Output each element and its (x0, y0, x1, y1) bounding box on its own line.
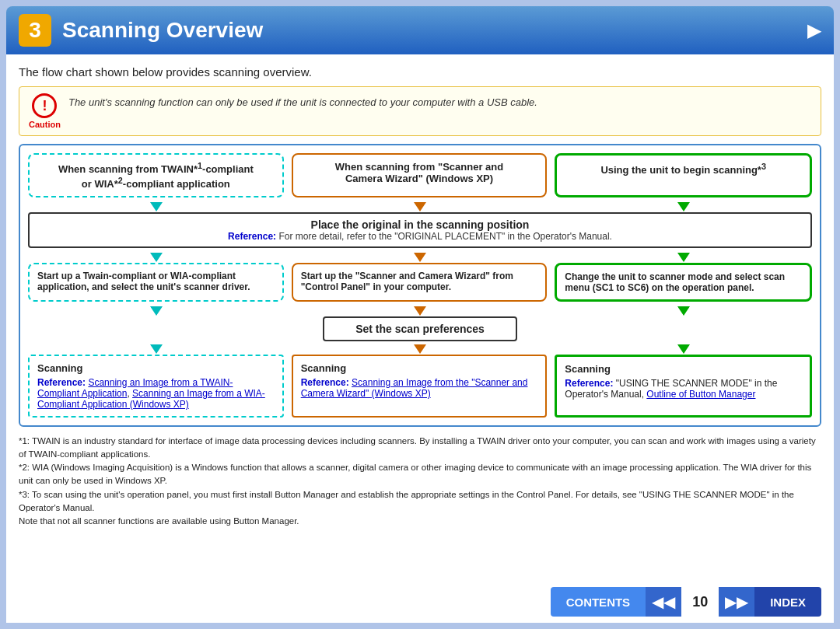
arrow-green (677, 202, 690, 211)
intro-text: The flow chart shown below provides scan… (19, 65, 821, 79)
caution-icon-wrap: ! Caution (29, 93, 61, 129)
arrow2-green (677, 253, 690, 262)
nav-arrow-right-button[interactable]: ▶▶ (719, 587, 754, 617)
arrow-col3-mid (292, 306, 548, 316)
flowchart: When scanning from TWAIN*1-compliantor W… (19, 144, 821, 427)
caution-box: ! Caution The unit's scanning function c… (19, 86, 821, 136)
nav-index-button[interactable]: INDEX (754, 587, 821, 617)
place-original-ref-text: For more detail, refer to the "ORIGINAL … (278, 231, 612, 242)
arrow2-orange (414, 253, 426, 262)
box-scanner-wizard: When scanning from "Scanner andCamera Wi… (292, 153, 548, 197)
scanning-mid-title: Scanning (301, 362, 538, 374)
scanning-box-left: Scanning Reference: Scanning an Image fr… (28, 355, 284, 418)
content-area: The flow chart shown below provides scan… (6, 54, 834, 623)
arrows-to-scanning (28, 344, 812, 354)
arrow-col2-right (556, 253, 812, 262)
arrow-col4-left (28, 344, 284, 354)
box-twain-text: When scanning from TWAIN*1-compliantor W… (58, 163, 254, 189)
middle-row: Start up a Twain-compliant or WIA-compli… (28, 263, 812, 302)
arrows-to-prefs (28, 306, 812, 316)
scanning-left-title: Scanning (37, 362, 275, 374)
scanning-mid-ref: Reference: (301, 377, 352, 388)
footnote-1: *1: TWAIN is an industry standard for in… (19, 435, 821, 462)
box-start-twain: Start up a Twain-compliant or WIA-compli… (28, 263, 284, 302)
footnote-4: Note that not all scanner functions are … (19, 515, 821, 528)
header-arrow-icon: ▶ (807, 19, 821, 41)
place-original-ref: Reference: For more detail, refer to the… (39, 231, 801, 242)
nav-contents-button[interactable]: CONTENTS (551, 587, 646, 617)
arrow3-green (677, 306, 690, 316)
bottom-nav: CONTENTS ◀◀ 10 ▶▶ INDEX (19, 587, 821, 617)
box-twain: When scanning from TWAIN*1-compliantor W… (28, 153, 284, 197)
place-original-title: Place the original in the scanning posit… (39, 218, 801, 231)
box-unit-begin: Using the unit to begin scanning*3 (555, 153, 812, 197)
footnote-3: *3: To scan using the unit's operation p… (19, 488, 821, 515)
box-scan-prefs: Set the scan preferences (323, 316, 517, 341)
arrow-right-icon: ▶▶ (725, 592, 748, 611)
box-scanner-wizard-text: When scanning from "Scanner andCamera Wi… (335, 161, 503, 184)
arrow-col-right (556, 202, 812, 211)
arrows-to-middle (28, 253, 812, 262)
top-row: When scanning from TWAIN*1-compliantor W… (28, 153, 812, 197)
scanning-box-right: Scanning Reference: "USING THE SCANNER M… (555, 355, 812, 418)
nav-arrow-left-button[interactable]: ◀◀ (646, 587, 681, 617)
scanning-right-link[interactable]: Outline of Button Manager (646, 389, 755, 400)
scan-prefs-row: Set the scan preferences (28, 316, 812, 341)
box-start-camera: Start up the "Scanner and Camera Wizard"… (292, 263, 548, 302)
arrow-left-icon: ◀◀ (652, 592, 675, 611)
scanning-box-mid: Scanning Reference: Scanning an Image fr… (292, 355, 548, 418)
arrow-col3-right (556, 306, 812, 316)
footnote-2: *2: WIA (Windows Imaging Acquisition) is… (19, 461, 821, 488)
arrow2-cyan (150, 253, 163, 262)
arrow-col-mid (292, 202, 548, 211)
arrow4-green (677, 344, 690, 354)
box-change-unit-text: Change the unit to scanner mode and sele… (565, 271, 785, 293)
box-unit-begin-text: Using the unit to begin scanning*3 (600, 164, 766, 176)
footnotes: *1: TWAIN is an industry standard for in… (19, 435, 821, 575)
arrow4-cyan (150, 344, 163, 354)
nav-page-number: 10 (681, 587, 719, 617)
scanning-right-title: Scanning (565, 363, 802, 375)
box-change-unit: Change the unit to scanner mode and sele… (555, 263, 812, 302)
arrow-col3-left (28, 306, 284, 316)
arrow-col4-mid (292, 344, 548, 354)
box-start-camera-text: Start up the "Scanner and Camera Wizard"… (301, 271, 513, 292)
arrow-col4-right (556, 344, 812, 354)
caution-icon: ! (32, 93, 57, 118)
place-original-box: Place the original in the scanning posit… (28, 212, 812, 248)
arrow-col2-left (28, 253, 284, 262)
ref-label: Reference: (228, 231, 278, 242)
arrow-cyan (150, 202, 163, 211)
arrow3-orange (414, 306, 426, 316)
arrow3-cyan (150, 306, 163, 316)
arrow4-orange (414, 344, 426, 354)
scanning-right-ref: Reference: (565, 378, 615, 389)
box-start-twain-text: Start up a Twain-compliant or WIA-compli… (37, 271, 250, 292)
scanning-left-ref: Reference: (37, 377, 88, 388)
chapter-number: 3 (19, 14, 51, 47)
bottom-row: Scanning Reference: Scanning an Image fr… (28, 355, 812, 418)
caution-text: The unit's scanning function can only be… (68, 93, 537, 108)
caution-label: Caution (29, 120, 61, 129)
arrow-orange (414, 202, 426, 211)
page-title: Scanning Overview (62, 18, 263, 43)
arrows-to-place (28, 202, 812, 211)
page-header: 3 Scanning Overview ▶ (6, 6, 834, 54)
arrow-col2-mid (292, 253, 548, 262)
arrow-col-left (28, 202, 284, 211)
